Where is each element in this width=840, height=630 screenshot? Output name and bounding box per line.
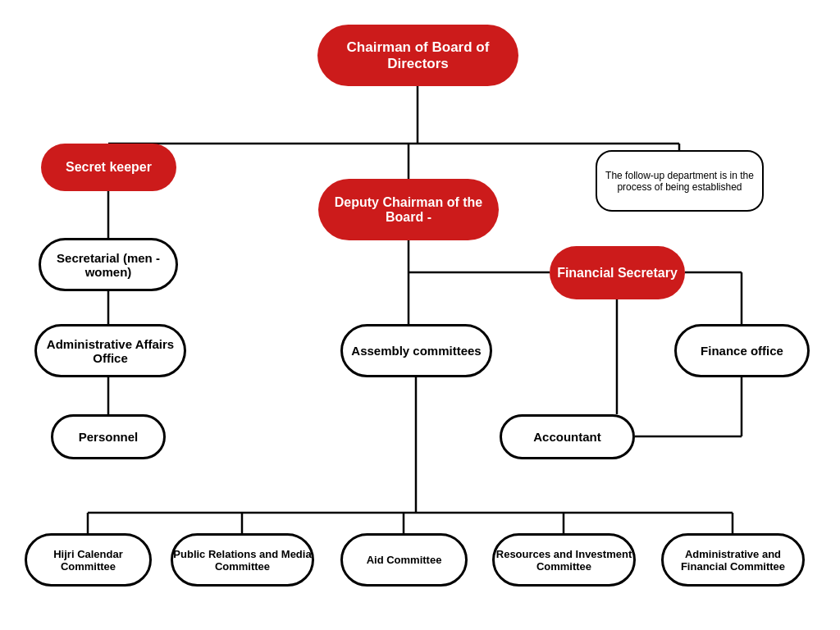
aid-committee-node: Aid Committee xyxy=(340,533,468,587)
accountant-node: Accountant xyxy=(500,414,635,459)
admin-financial-committee-node: Administrative and Financial Committee xyxy=(661,533,805,587)
secret-keeper-node: Secret keeper xyxy=(41,144,176,191)
org-chart: Chairman of Board of Directors Secret ke… xyxy=(0,0,840,630)
secretarial-node: Secretarial (men - women) xyxy=(39,238,178,291)
public-relations-committee-node: Public Relations and Media Committee xyxy=(171,533,314,587)
financial-secretary-node: Financial Secretary xyxy=(550,246,685,299)
deputy-chairman-node: Deputy Chairman of the Board - xyxy=(318,179,499,240)
chairman-node: Chairman of Board of Directors xyxy=(317,25,518,86)
resources-committee-node: Resources and Investment Committee xyxy=(492,533,636,587)
assembly-committees-node: Assembly committees xyxy=(340,324,492,377)
hijri-committee-node: Hijri Calendar Committee xyxy=(25,533,152,587)
finance-office-node: Finance office xyxy=(674,324,810,377)
followup-node: The follow-up department is in the proce… xyxy=(596,150,764,212)
personnel-node: Personnel xyxy=(51,414,166,459)
admin-affairs-node: Administrative Affairs Office xyxy=(34,324,186,377)
